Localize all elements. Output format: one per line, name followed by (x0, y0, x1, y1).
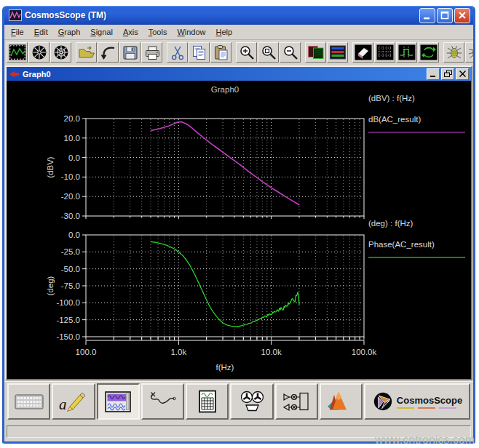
window-controls (419, 8, 470, 23)
graph-window-titlebar[interactable]: Graph0 (7, 67, 471, 81)
eraser-icon (355, 44, 372, 60)
chart-title: Graph0 (211, 85, 239, 94)
status-field (7, 425, 471, 438)
signal-manager-button[interactable] (327, 42, 348, 63)
copy-button[interactable] (189, 42, 210, 63)
waveform-window-tool-button[interactable] (97, 383, 140, 420)
keyboard-icon (15, 390, 44, 413)
y-tick-label: -150.0 (56, 332, 80, 341)
print-icon (143, 44, 161, 60)
bug-off-icon (467, 44, 474, 60)
menu-window[interactable]: Window (172, 26, 210, 38)
annotate-tool-button[interactable]: a (52, 383, 95, 420)
measure-tool-icon (398, 44, 416, 60)
signal-flow-tool-button[interactable] (275, 383, 318, 420)
cosmosscope-logo-button[interactable]: CosmosScope (364, 383, 470, 420)
redraw-icon (420, 44, 438, 60)
zoom-in-icon (238, 44, 256, 60)
open-folder-button[interactable] (76, 42, 97, 63)
x-tick-label: 10.0k (261, 348, 282, 356)
panels-icon (307, 44, 325, 60)
panel-magnitude: 20.010.00.0-10.0-20.0-30.0(dBV) (46, 114, 364, 220)
matlab-icon (326, 390, 355, 413)
app-window: CosmosScope (TM) FileEditGraphSignalAxis… (2, 6, 475, 444)
toolbar (4, 40, 473, 65)
magnitude-curve (151, 122, 299, 205)
app-icon (9, 9, 22, 21)
menu-help[interactable]: Help (211, 26, 238, 38)
y-tick-label: 10.0 (64, 134, 80, 143)
legend-phase[interactable]: (deg) : f(Hz)Phase(AC_result) (368, 219, 465, 257)
wheel-alt-button[interactable] (50, 42, 71, 63)
save-button[interactable] (119, 42, 140, 63)
legend-magnitude[interactable]: (dBV) : f(Hz)dB(AC_result) (368, 94, 465, 132)
waveform-tool-button[interactable] (7, 42, 28, 63)
graph-client[interactable]: Graph020.010.00.0-10.0-20.0-30.0(dBV)(dB… (7, 81, 471, 379)
page: CosmosScope (TM) FileEditGraphSignalAxis… (0, 0, 479, 448)
matlab-tool-button[interactable] (320, 383, 363, 420)
x-tick-label: 100.0 (76, 348, 97, 356)
probe-tool-button[interactable] (141, 383, 184, 420)
cosmos-logo-icon (372, 391, 394, 412)
panels-button[interactable] (305, 42, 326, 63)
cut-button[interactable] (167, 42, 188, 63)
minimize-button[interactable] (419, 8, 435, 23)
undo-arrow-icon (100, 44, 117, 60)
grid-button[interactable] (374, 42, 395, 63)
menubar: FileEditGraphSignalAxisToolsWindowHelp (4, 25, 473, 40)
save-icon (122, 44, 139, 60)
redraw-button[interactable] (418, 42, 439, 63)
copy-icon (191, 44, 208, 60)
measure-tool-button[interactable] (396, 42, 417, 63)
wheel-button[interactable] (28, 42, 50, 63)
y-tick-label: -20.0 (61, 192, 80, 201)
y-axis-label: (deg) (46, 276, 55, 295)
y-tick-label: 20.0 (64, 114, 80, 123)
wheel-icon (31, 44, 48, 60)
graph-restore-button[interactable] (441, 68, 454, 80)
x-axis-title: f(Hz) (216, 363, 234, 372)
keyboard-tool-button[interactable] (7, 383, 50, 420)
cosmosscope-logo-bars (397, 407, 456, 409)
graph-close-button[interactable] (456, 68, 469, 80)
zoom-area-button[interactable] (258, 42, 279, 63)
menu-signal[interactable]: Signal (85, 26, 118, 38)
bug-on-button[interactable] (443, 42, 464, 63)
legend-series-label: Phase(AC_result) (368, 240, 435, 249)
bode-chart[interactable]: Graph020.010.00.0-10.0-20.0-30.0(dBV)(dB… (7, 81, 471, 379)
bug-off-button[interactable] (465, 42, 473, 63)
y-tick-label: 0.0 (68, 231, 80, 239)
y-tick-label: -125.0 (56, 316, 80, 324)
undo-arrow-button[interactable] (98, 42, 119, 63)
panel-phase: 0.0-25.0-50.0-75.0-100.0-125.0-150.0(deg… (46, 231, 364, 341)
menu-graph[interactable]: Graph (53, 26, 86, 38)
signal-manager-icon (329, 44, 347, 60)
zoom-in-button[interactable] (236, 42, 257, 63)
svg-text:a: a (59, 396, 67, 413)
app-titlebar[interactable]: CosmosScope (TM) (4, 6, 473, 25)
calculator-icon (193, 390, 222, 413)
calculator-tool-button[interactable] (186, 383, 229, 420)
menu-edit[interactable]: Edit (29, 26, 53, 38)
menu-axis[interactable]: Axis (118, 26, 143, 38)
paste-button[interactable] (210, 42, 231, 63)
print-button[interactable] (141, 42, 162, 63)
maximize-button[interactable] (437, 8, 453, 23)
y-tick-label: 0.0 (68, 153, 80, 162)
tape-recorder-tool-button[interactable] (230, 383, 273, 420)
bug-on-icon (446, 44, 463, 60)
x-axis-ruler: 100.01.0k10.0k100.0kf(Hz) (76, 337, 377, 372)
eraser-button[interactable] (352, 42, 373, 63)
graph-window-icon (9, 69, 20, 79)
menu-tools[interactable]: Tools (143, 26, 173, 38)
waveform-tool-icon (9, 44, 26, 60)
y-tick-label: -100.0 (56, 298, 80, 307)
graph-minimize-button[interactable] (427, 68, 440, 80)
signal-flow-icon (282, 390, 311, 413)
y-tick-label: -50.0 (61, 265, 80, 273)
y-tick-label: -75.0 (61, 281, 80, 290)
close-button[interactable] (454, 8, 470, 23)
zoom-out-button[interactable] (280, 42, 301, 63)
cosmosscope-logo-text: CosmosScope (397, 395, 462, 406)
menu-file[interactable]: File (6, 26, 29, 38)
